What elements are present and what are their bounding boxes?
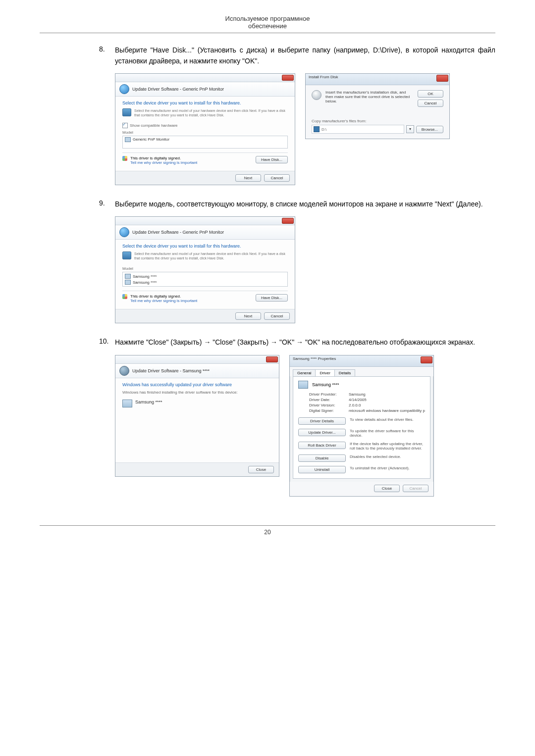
driver-signed-row: This driver is digitally signed. Tell me… bbox=[122, 294, 197, 303]
step-10: 10. Нажмите "Close" (Закрыть) → "Close" … bbox=[99, 337, 495, 510]
breadcrumb-text: Update Driver Software - Samsung **** bbox=[132, 368, 210, 373]
monitor-icon bbox=[125, 280, 131, 285]
have-disk-button[interactable]: Have Disk... bbox=[256, 156, 288, 163]
browse-button[interactable]: Browse... bbox=[416, 126, 443, 133]
uninstall-button[interactable]: Uninstall bbox=[298, 466, 346, 473]
close-button[interactable]: Close bbox=[248, 466, 274, 473]
tab-driver[interactable]: Driver bbox=[315, 369, 334, 376]
device-name: Samsung **** bbox=[312, 382, 339, 387]
dialog-update-driver-1: Update Driver Software - Generic PnP Mon… bbox=[115, 73, 295, 185]
model-label: Model bbox=[122, 130, 288, 135]
cancel-button[interactable]: Cancel bbox=[264, 174, 290, 182]
breadcrumb: Update Driver Software - Samsung **** bbox=[115, 364, 279, 378]
step-9: 9. Выберите модель, соответствующую мони… bbox=[99, 199, 495, 338]
dialog-heading: Select the device driver you want to ins… bbox=[122, 244, 288, 249]
step-text: Выберите "Have Disk..." (Установить с ди… bbox=[115, 45, 495, 66]
step-8: 8. Выберите "Have Disk..." (Установить с… bbox=[99, 45, 495, 199]
done-heading: Windows has successfully updated your dr… bbox=[122, 382, 272, 387]
back-icon[interactable] bbox=[119, 227, 129, 237]
chip-icon bbox=[122, 252, 131, 259]
breadcrumb-text: Update Driver Software - Generic PnP Mon… bbox=[132, 87, 224, 92]
page-header: Используемое программное обеспечение bbox=[40, 15, 495, 33]
title-text: Install From Disk bbox=[309, 75, 338, 79]
signing-link[interactable]: Tell me why driver signing is important bbox=[130, 299, 197, 303]
titlebar bbox=[115, 74, 295, 82]
dialog-driver-properties: Samsung **** Properties General Driver D… bbox=[289, 355, 434, 497]
step-num: 10. bbox=[99, 337, 115, 345]
cancel-button[interactable]: Cancel bbox=[264, 312, 290, 320]
cancel-button[interactable]: Cancel bbox=[418, 100, 443, 107]
have-disk-button[interactable]: Have Disk... bbox=[256, 294, 288, 302]
shield-icon bbox=[122, 294, 127, 299]
next-button[interactable]: Next bbox=[235, 312, 261, 320]
page-number: 20 bbox=[40, 525, 495, 536]
monitor-icon bbox=[298, 381, 308, 389]
model-listbox[interactable]: Samsung **** Samsung **** bbox=[122, 272, 288, 287]
model-listbox[interactable]: Generic PnP Monitor bbox=[122, 136, 288, 149]
chevron-down-icon[interactable]: ▾ bbox=[406, 125, 414, 133]
close-button[interactable]: Close bbox=[374, 485, 400, 492]
monitor-icon bbox=[125, 274, 131, 279]
close-icon[interactable] bbox=[282, 218, 294, 224]
breadcrumb: Update Driver Software - Generic PnP Mon… bbox=[115, 225, 295, 240]
shield-icon bbox=[122, 156, 127, 161]
dialog-update-done: Update Driver Software - Samsung **** Wi… bbox=[115, 355, 279, 477]
driver-signed-row: This driver is digitally signed. Tell me… bbox=[122, 156, 197, 165]
tab-row: General Driver Details bbox=[290, 367, 433, 376]
titlebar: Samsung **** Properties bbox=[290, 355, 433, 367]
path-input[interactable]: D:\ bbox=[312, 125, 404, 134]
back-icon[interactable] bbox=[119, 84, 129, 94]
breadcrumb: Update Driver Software - Generic PnP Mon… bbox=[115, 82, 295, 97]
close-icon[interactable] bbox=[282, 75, 294, 81]
close-icon[interactable] bbox=[421, 356, 432, 363]
titlebar bbox=[115, 355, 279, 364]
titlebar bbox=[115, 217, 295, 225]
disable-button[interactable]: Disable bbox=[298, 454, 346, 462]
dialog-hint: Select the manufacturer and model of you… bbox=[122, 108, 288, 117]
back-icon bbox=[119, 366, 129, 376]
close-icon[interactable] bbox=[266, 356, 278, 362]
dialog-update-driver-2: Update Driver Software - Generic PnP Mon… bbox=[115, 216, 295, 323]
model-label: Model bbox=[122, 266, 288, 271]
tab-general[interactable]: General bbox=[293, 369, 316, 376]
header-line2: обеспечение bbox=[40, 22, 495, 33]
breadcrumb-text: Update Driver Software - Generic PnP Mon… bbox=[132, 230, 224, 235]
monitor-icon bbox=[125, 137, 131, 142]
titlebar: Install From Disk bbox=[306, 74, 449, 85]
tab-details[interactable]: Details bbox=[334, 369, 355, 376]
roll-back-button[interactable]: Roll Back Driver bbox=[298, 442, 346, 449]
close-icon[interactable] bbox=[436, 75, 448, 82]
next-button[interactable]: Next bbox=[235, 174, 261, 182]
step-num: 8. bbox=[99, 45, 115, 53]
disc-icon bbox=[312, 90, 321, 100]
driver-details-button[interactable]: Driver Details bbox=[298, 417, 346, 425]
title-text: Samsung **** Properties bbox=[293, 356, 336, 361]
step-num: 9. bbox=[99, 199, 115, 207]
floppy-icon bbox=[314, 126, 320, 132]
dialog-hint: Select the manufacturer and model of you… bbox=[122, 252, 288, 260]
step-text: Выберите модель, соответствующую монитор… bbox=[115, 199, 483, 210]
copy-from-label: Copy manufacturer's files from: bbox=[312, 119, 443, 123]
done-subtext: Windows has finished installing the driv… bbox=[122, 390, 272, 395]
insert-text: Insert the manufacturer's installation d… bbox=[325, 90, 414, 103]
signing-link[interactable]: Tell me why driver signing is important bbox=[130, 160, 197, 165]
update-driver-button[interactable]: Update Driver... bbox=[298, 429, 346, 436]
step-text: Нажмите "Close" (Закрыть) → "Close" (Зак… bbox=[115, 337, 475, 348]
device-name: Samsung **** bbox=[135, 400, 162, 405]
cancel-button: Cancel bbox=[403, 485, 428, 492]
checkbox-icon[interactable] bbox=[122, 123, 128, 128]
chip-icon bbox=[122, 108, 131, 116]
ok-button[interactable]: OK bbox=[418, 90, 443, 98]
monitor-icon bbox=[122, 400, 132, 407]
dialog-install-from-disk: Install From Disk Insert the manufacture… bbox=[305, 73, 450, 139]
dialog-heading: Select the device driver you want to ins… bbox=[122, 101, 288, 105]
show-compatible-checkbox[interactable]: Show compatible hardware bbox=[122, 123, 288, 128]
header-line1: Используемое программное bbox=[40, 15, 495, 22]
